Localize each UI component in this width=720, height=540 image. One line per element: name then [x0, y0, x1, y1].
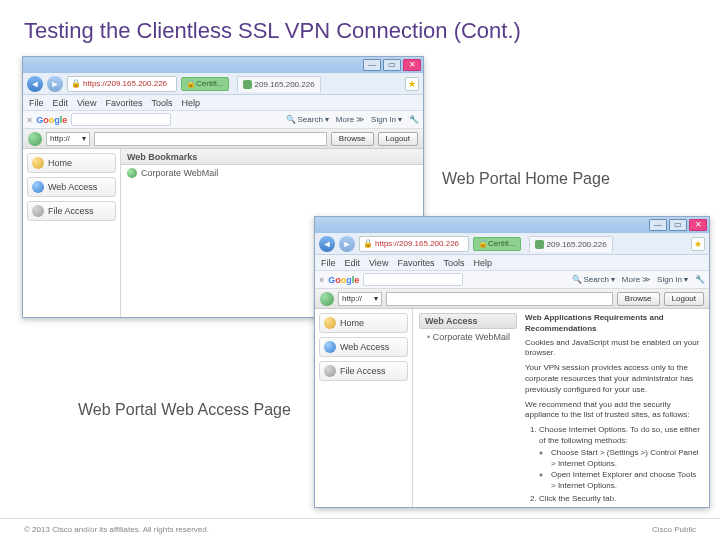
url-field[interactable]: 🔒 https://209.165.200.226 [67, 76, 177, 92]
google-signin-button[interactable]: Sign In ▾ [657, 275, 688, 284]
web-access-links: Web Access Corporate WebMail [413, 309, 523, 507]
logout-button[interactable]: Logout [378, 132, 418, 146]
menu-file[interactable]: File [29, 98, 44, 108]
window-minimize-button[interactable]: — [649, 219, 667, 231]
portal-header: http://▾ Browse Logout [23, 129, 423, 149]
info-step: Click the Trusted sites icon, then [539, 506, 703, 507]
google-signin-button[interactable]: Sign In ▾ [371, 115, 402, 124]
info-text: Your VPN session provides access only to… [525, 363, 703, 395]
window-maximize-button[interactable]: ▭ [669, 219, 687, 231]
sidebar-item-file-access[interactable]: File Access [319, 361, 408, 381]
slide-title: Testing the Clientless SSL VPN Connectio… [24, 18, 521, 44]
web-access-link[interactable]: Corporate WebMail [419, 331, 517, 343]
slide-footer: © 2013 Cisco and/or its affiliates. All … [0, 518, 720, 540]
url-field[interactable]: 🔒 https://209.165.200.226 [359, 236, 469, 252]
cert-text: Certifi... [488, 239, 516, 248]
certificate-badge[interactable]: 🔒 Certifi... [473, 237, 521, 251]
folder-icon [32, 205, 44, 217]
window-minimize-button[interactable]: — [363, 59, 381, 71]
info-substep: Choose Start > (Settings >) Control Pane… [551, 448, 703, 470]
google-more-button[interactable]: More ≫ [336, 115, 364, 124]
menu-help[interactable]: Help [181, 98, 200, 108]
info-step: Choose Internet Options. To do so, use e… [539, 425, 703, 492]
portal-url-input[interactable] [94, 132, 327, 146]
sidebar-item-home[interactable]: Home [319, 313, 408, 333]
portal-sidebar: Home Web Access File Access [315, 309, 413, 507]
sidebar-item-web-access[interactable]: Web Access [319, 337, 408, 357]
google-logo: Google [328, 275, 359, 285]
google-logo: Google [36, 115, 67, 125]
caption-home-page: Web Portal Home Page [442, 170, 610, 188]
wrench-icon[interactable]: 🔧 [409, 115, 419, 124]
favorites-star-button[interactable]: ★ [405, 77, 419, 91]
google-search-button[interactable]: 🔍Search ▾ [572, 275, 615, 284]
portal-sidebar: Home Web Access File Access [23, 149, 121, 317]
favicon-icon [535, 240, 544, 249]
toolbar-close-button[interactable]: × [27, 115, 32, 125]
toolbar-close-button[interactable]: × [319, 275, 324, 285]
portal-url-input[interactable] [386, 292, 613, 306]
sidebar-item-home[interactable]: Home [27, 153, 116, 173]
google-toolbar: × Google 🔍Search ▾ More ≫ Sign In ▾ 🔧 [23, 111, 423, 129]
portal-body: Home Web Access File Access Web Access C… [315, 309, 709, 507]
menu-edit[interactable]: Edit [345, 258, 361, 268]
menu-view[interactable]: View [369, 258, 388, 268]
menu-view[interactable]: View [77, 98, 96, 108]
google-search-button[interactable]: 🔍Search ▾ [286, 115, 329, 124]
globe-icon [324, 341, 336, 353]
sidebar-item-label: Home [48, 158, 72, 168]
favorites-star-button[interactable]: ★ [691, 237, 705, 251]
menu-favorites[interactable]: Favorites [105, 98, 142, 108]
info-heading: Web Applications Requirements and Recomm… [525, 313, 703, 335]
browse-button[interactable]: Browse [617, 292, 660, 306]
menu-file[interactable]: File [321, 258, 336, 268]
tab-title: 209.165.200.226 [547, 240, 607, 249]
sidebar-item-file-access[interactable]: File Access [27, 201, 116, 221]
sidebar-item-web-access[interactable]: Web Access [27, 177, 116, 197]
certificate-badge[interactable]: 🔒 Certifi... [181, 77, 229, 91]
window-titlebar: — ▭ ✕ [315, 217, 709, 233]
portal-header: http://▾ Browse Logout [315, 289, 709, 309]
url-scheme-select[interactable]: http://▾ [46, 132, 90, 146]
bookmark-icon [127, 168, 137, 178]
home-icon [324, 317, 336, 329]
section-header-web-access: Web Access [419, 313, 517, 329]
lock-icon: 🔒 [478, 239, 488, 248]
globe-icon [28, 132, 42, 146]
nav-forward-button[interactable]: ► [339, 236, 355, 252]
window-close-button[interactable]: ✕ [403, 59, 421, 71]
info-panel: Web Applications Requirements and Recomm… [523, 309, 709, 507]
menu-favorites[interactable]: Favorites [397, 258, 434, 268]
bookmark-row[interactable]: Corporate WebMail [121, 165, 423, 181]
google-search-input[interactable] [71, 113, 171, 126]
logout-button[interactable]: Logout [664, 292, 704, 306]
browse-button[interactable]: Browse [331, 132, 374, 146]
wrench-icon[interactable]: 🔧 [695, 275, 705, 284]
info-step: Click the Security tab. [539, 494, 703, 505]
browser-window-web-access: — ▭ ✕ ◄ ► 🔒 https://209.165.200.226 🔒 Ce… [314, 216, 710, 508]
window-maximize-button[interactable]: ▭ [383, 59, 401, 71]
menu-tools[interactable]: Tools [151, 98, 172, 108]
url-text: https://209.165.200.226 [375, 239, 459, 248]
lock-icon: 🔒 [363, 239, 373, 248]
menu-edit[interactable]: Edit [53, 98, 69, 108]
nav-forward-button[interactable]: ► [47, 76, 63, 92]
cert-text: Certifi... [196, 79, 224, 88]
lock-icon: 🔒 [186, 79, 196, 88]
menu-tools[interactable]: Tools [443, 258, 464, 268]
nav-back-button[interactable]: ◄ [27, 76, 43, 92]
menu-bar: File Edit View Favorites Tools Help [23, 95, 423, 111]
nav-back-button[interactable]: ◄ [319, 236, 335, 252]
sidebar-item-label: Home [340, 318, 364, 328]
google-search-input[interactable] [363, 273, 463, 286]
menu-help[interactable]: Help [473, 258, 492, 268]
url-scheme-select[interactable]: http://▾ [338, 292, 382, 306]
lock-icon: 🔒 [71, 79, 81, 88]
window-titlebar: — ▭ ✕ [23, 57, 423, 73]
browser-tab[interactable]: 209.165.200.226 [237, 76, 321, 92]
window-close-button[interactable]: ✕ [689, 219, 707, 231]
portal-content: Web Access Corporate WebMail Web Applica… [413, 309, 709, 507]
google-more-button[interactable]: More ≫ [622, 275, 650, 284]
section-header-bookmarks: Web Bookmarks [121, 149, 423, 165]
browser-tab[interactable]: 209.165.200.226 [529, 236, 613, 252]
